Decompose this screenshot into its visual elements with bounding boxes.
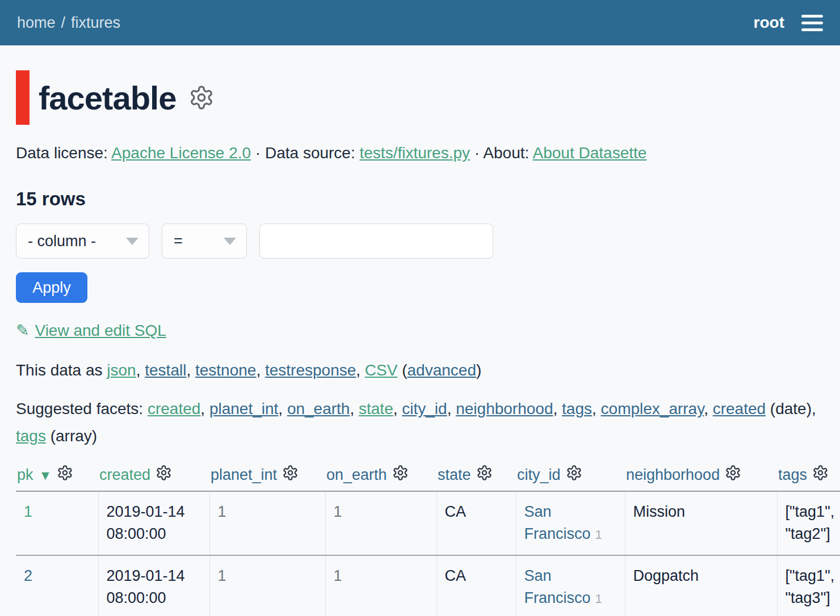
dropdown-caret-icon [126, 238, 138, 245]
column-sort-link-planet-int[interactable]: planet_int [211, 466, 277, 483]
cell-created: 2019-01-14 08:00:00 [98, 491, 209, 555]
database-metadata: Data license: Apache License 2.0 · Data … [16, 144, 824, 162]
cell-neighborhood: Mission [625, 491, 777, 555]
pencil-icon: ✎ [16, 322, 29, 339]
column-cog-icon[interactable] [476, 465, 493, 481]
facet-link-tags[interactable]: tags [562, 400, 592, 417]
column-cog-icon[interactable] [392, 465, 409, 481]
source-link[interactable]: tests/fixtures.py [360, 144, 471, 162]
cell-pk: 2 [16, 555, 98, 616]
operator-filter-select[interactable]: = [162, 223, 247, 259]
row-pk-link[interactable]: 2 [24, 567, 32, 584]
facets-prefix: Suggested facets: [16, 400, 148, 417]
export-sep: , [356, 361, 365, 379]
hamburger-bar [801, 15, 823, 18]
cell-created: 2019-01-14 08:00:00 [98, 555, 209, 616]
about-link[interactable]: About Datasette [533, 144, 647, 162]
column-cog-icon[interactable] [725, 465, 741, 481]
cell-planet-int: 1 [209, 555, 325, 616]
breadcrumb-home[interactable]: home [17, 14, 56, 31]
view-edit-sql-link[interactable]: View and edit SQL [35, 322, 166, 339]
column-sort-link-neighborhood[interactable]: neighborhood [626, 466, 720, 483]
license-link[interactable]: Apache License 2.0 [111, 144, 251, 162]
title-accent-bar [16, 70, 30, 125]
column-cog-icon[interactable] [57, 465, 73, 481]
source-label: Data source: [265, 144, 360, 162]
top-navbar: home/fixtures root [0, 0, 840, 45]
breadcrumb: home/fixtures [17, 14, 120, 32]
facet-link-tags-array[interactable]: tags [16, 427, 46, 445]
column-sort-link-pk[interactable]: pk [17, 466, 33, 483]
column-cog-icon[interactable] [282, 465, 299, 481]
facet-link-planet-int[interactable]: planet_int [209, 400, 278, 417]
column-sort-link-tags[interactable]: tags [778, 466, 807, 483]
filter-row: - column - = [16, 223, 824, 259]
facet-link-created-date[interactable]: created [713, 400, 766, 417]
facet-sep: , [200, 400, 209, 417]
filter-value-input[interactable] [259, 223, 493, 259]
metadata-dot: · [251, 144, 265, 162]
facet-link-created[interactable]: created [148, 400, 200, 417]
cell-on-earth: 1 [325, 491, 436, 555]
column-header-state: state [436, 461, 516, 491]
sql-line: ✎View and edit SQL [16, 321, 824, 340]
facet-link-complex-array[interactable]: complex_array [601, 400, 704, 417]
rows-table-container: pk▼ created planet_int on_earth state [16, 461, 840, 616]
city-link[interactable]: San Francisco [524, 503, 591, 542]
breadcrumb-table[interactable]: fixtures [71, 14, 120, 31]
facet-link-city-id[interactable]: city_id [402, 400, 447, 417]
apply-button[interactable]: Apply [16, 272, 87, 303]
cell-planet-int: 1 [209, 491, 325, 555]
export-link-json[interactable]: json [107, 361, 136, 379]
facet-link-on-earth[interactable]: on_earth [287, 400, 350, 417]
export-link-testnone[interactable]: testnone [195, 361, 256, 379]
cell-on-earth: 1 [325, 555, 436, 616]
column-sort-link-created[interactable]: created [99, 466, 150, 483]
column-sort-link-city-id[interactable]: city_id [517, 466, 561, 483]
user-menu-link[interactable]: root [754, 14, 784, 32]
city-link[interactable]: San Francisco [524, 567, 591, 606]
hamburger-menu-icon[interactable] [801, 12, 823, 33]
about-label: About: [483, 144, 532, 162]
table-settings-gear-icon[interactable] [188, 85, 215, 111]
cell-city-id: San Francisco1 [516, 555, 625, 616]
column-header-pk: pk▼ [16, 461, 98, 491]
facet-sep: , [553, 400, 562, 417]
city-id-value: 1 [595, 528, 602, 542]
hamburger-bar [801, 28, 823, 31]
export-link-csv[interactable]: CSV [365, 361, 398, 379]
export-link-testresponse[interactable]: testresponse [265, 361, 356, 379]
export-link-advanced[interactable]: advanced [408, 361, 476, 379]
column-header-planet-int: planet_int [209, 461, 325, 491]
export-prefix: This data as [16, 361, 107, 379]
column-cog-icon[interactable] [812, 465, 829, 481]
cell-tags: ["tag1", "tag2"] [777, 491, 840, 555]
suggested-facets: Suggested facets: created, planet_int, o… [16, 395, 824, 450]
column-filter-select[interactable]: - column - [16, 223, 149, 259]
column-sort-link-on-earth[interactable]: on_earth [326, 466, 387, 483]
metadata-dot: · [470, 144, 483, 162]
column-filter-value: - column - [28, 233, 96, 250]
operator-filter-value: = [174, 233, 183, 250]
column-cog-icon[interactable] [566, 465, 582, 481]
facet-link-state[interactable]: state [359, 400, 393, 417]
table-row: 2 2019-01-14 08:00:00 1 1 CA San Francis… [16, 555, 840, 616]
column-cog-icon[interactable] [156, 465, 172, 481]
table-row: 1 2019-01-14 08:00:00 1 1 CA San Francis… [16, 491, 840, 555]
row-pk-link[interactable]: 1 [24, 503, 32, 520]
column-sort-link-state[interactable]: state [438, 466, 471, 483]
facet-link-neighborhood[interactable]: neighborhood [456, 400, 553, 417]
export-link-testall[interactable]: testall [145, 361, 186, 379]
facet-sep: (array) [46, 427, 97, 445]
export-links: This data as json, testall, testnone, te… [16, 361, 824, 379]
cell-neighborhood: Dogpatch [625, 555, 777, 616]
column-header-on-earth: on_earth [325, 461, 436, 491]
cell-tags: ["tag1", "tag3"] [777, 555, 840, 616]
table-header-row: pk▼ created planet_int on_earth state [16, 461, 840, 491]
cell-pk: 1 [16, 491, 98, 555]
facet-sep: , [704, 400, 713, 417]
facet-sep: , [393, 400, 402, 417]
export-sep: , [256, 361, 265, 379]
column-header-city-id: city_id [516, 461, 625, 491]
facet-sep: (date), [766, 400, 816, 417]
